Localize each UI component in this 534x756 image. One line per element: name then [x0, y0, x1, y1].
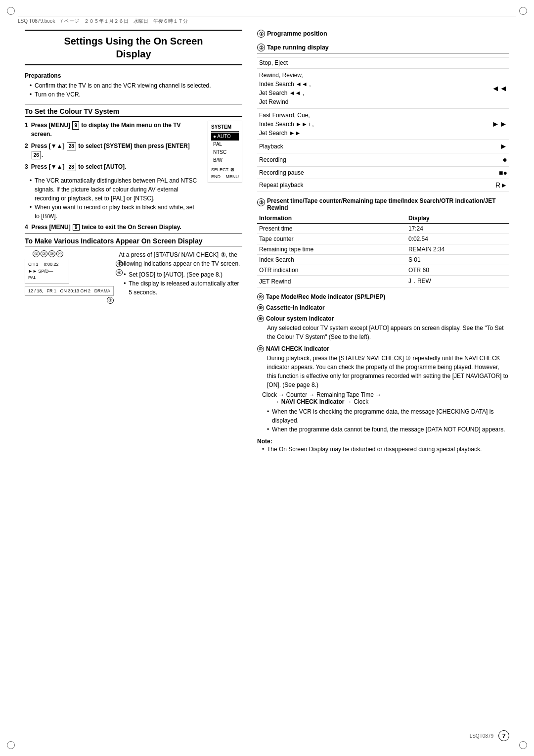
section2-title: ② Tape running display [257, 44, 509, 51]
tape-desc-repeat: Repeat playback [257, 179, 446, 191]
page-title: Settings Using the On Screen Display [25, 35, 242, 60]
screen-pal: PAL [28, 275, 36, 282]
info-cell-2-0: Remaining tape time [257, 244, 406, 255]
section5-title: ⑤ Cassette-in indicator [257, 304, 509, 311]
section-tape-running: ② Tape running display Stop, Eject Rewin… [257, 44, 509, 191]
preparations-heading: Preparations [25, 72, 242, 79]
circle-s2: ② [257, 44, 265, 51]
section1-title: ① Programme position [257, 30, 509, 38]
screen-on: ON 30:13 CH 2 [60, 288, 91, 293]
btn-badge-9: 9 [73, 224, 80, 231]
info-cell-1-0: Tape counter [257, 234, 406, 244]
prep-item-1: Confirm that the TV is on and the VCR vi… [30, 81, 242, 90]
menu-select-label: SELECT: ⊠ [211, 166, 234, 173]
btn-badge-28: 28 [67, 142, 76, 150]
tape-row-recpause: Recording pause ■● [257, 167, 509, 179]
info-row-5: JET Rewind J．REW [257, 276, 509, 287]
preparations-list: Confirm that the TV is on and the VCR vi… [25, 81, 242, 99]
info-row-2: Remaining tape time REMAIN 2:34 [257, 244, 509, 255]
screen-fr: FR 1 [47, 288, 57, 293]
info-cell-5-0: JET Rewind [257, 276, 406, 287]
circle-4: ④ [56, 250, 63, 257]
section-time-counter: ③ Present time/Tape counter/Remaining ta… [257, 197, 509, 287]
info-cell-3-1: S 01 [406, 255, 509, 265]
section7-text: During playback, press the [STATUS/ NAVI… [267, 354, 509, 389]
tape-desc-recpause: Recording pause [257, 167, 446, 179]
corner-mark-bl [7, 741, 15, 749]
tape-icon-stop [446, 57, 509, 69]
tape-row-rewind: Rewind, Review,Index Search ◄◄ ,Jet Sear… [257, 69, 509, 109]
menu-item-ntsc: NTSC [211, 148, 239, 156]
s7-bullet-1: When the VCR is checking the programme d… [267, 407, 509, 425]
page-number-area: LSQT0879 7 [470, 730, 509, 741]
section2-hr [257, 53, 509, 54]
corner-mark-tl [7, 7, 15, 15]
menu-item-auto: ● AUTO [211, 133, 239, 141]
note-bullet-1: The On Screen Display may be disturbed o… [262, 445, 509, 454]
step-2: 2 Press [▼▲] 28 to select [SYSTEM] then … [25, 142, 198, 159]
prep-item-2: Turn on the VCR. [30, 90, 242, 99]
circle-s4: ④ [257, 293, 264, 300]
section3-title: ③ Present time/Tape counter/Remaining ta… [257, 197, 509, 211]
right-column: ① Programme position ② Tape running disp… [257, 30, 509, 731]
menu-end-label: END [211, 173, 221, 180]
step-with-image: 1 Press [MENU] 9 to display the Main men… [25, 121, 242, 224]
page-code: LSQT0879 [470, 733, 493, 739]
section6-title: ⑥ Colour system indicator [257, 315, 509, 322]
tape-desc-play: Playback [257, 140, 446, 153]
ind-bullet-1: Set [OSD] to [AUTO]. (See page 8.) [124, 270, 242, 279]
header-bar: LSQ T0879.book 7 ページ ２０５年１月２６日 水曜日 午後６時１… [18, 16, 516, 25]
s7-bullet-2: When the programme data cannot be found,… [267, 425, 509, 434]
btn-badge-28b: 28 [67, 163, 76, 171]
screen-row-3: PAL [28, 275, 66, 282]
menu-title: SYSTEM [211, 123, 239, 132]
section-tape-mode: ④ Tape Mode/Rec Mode indicator (SP/LP/EP… [257, 293, 509, 300]
step-3: 3 Press [▼▲] 28 to select [AUTO]. [25, 162, 198, 171]
note-title: Note: [257, 438, 509, 445]
section-colour-system: ⑥ Colour system indicator Any selected c… [257, 315, 509, 341]
tape-icon-recpause: ■● [446, 167, 509, 179]
section7-bullets: When the VCR is checking the programme d… [262, 407, 509, 434]
btn-badge-26: 26 [32, 151, 41, 159]
info-cell-0-0: Present time [257, 224, 406, 234]
page-content: Settings Using the On Screen Display Pre… [25, 30, 509, 731]
info-header-row: Information Display [257, 213, 509, 224]
screen-ch: CH 1 [28, 261, 39, 268]
menu-label: MENU [226, 173, 239, 180]
info-row-1: Tape counter 0:02.54 [257, 234, 509, 244]
section6-text: Any selected colour TV system except [AU… [267, 324, 509, 341]
info-cell-5-1: J．REW [406, 276, 509, 287]
info-row-3: Index Search S 01 [257, 255, 509, 265]
section4-title: ④ Tape Mode/Rec Mode indicator (SP/LP/EP… [257, 293, 509, 300]
circle-3: ③ [48, 250, 55, 257]
section-cassette: ⑤ Cassette-in indicator [257, 304, 509, 311]
clock-flow: Clock → Counter → Remaining Tape Time → … [262, 391, 509, 405]
circle-6: ⑥ [116, 269, 123, 276]
divider-1 [25, 104, 242, 104]
indicators-text: At a press of [STATUS/ NAVI CHECK] ③, th… [119, 250, 242, 300]
screen-drama: DRAMA [94, 288, 111, 293]
screen-date: 12 / 18, [28, 288, 43, 293]
tape-row-ff: Fast Forward, Cue,Index Search ►► i ,Jet… [257, 109, 509, 140]
info-row-4: OTR indication OTR 60 [257, 265, 509, 276]
step3-bullets: The VCR automatically distinguishes betw… [25, 176, 198, 221]
circle-5: ⑤ [116, 260, 123, 267]
indicators-section-title: To Make Various Indicators Appear On Scr… [25, 237, 242, 246]
info-col-display: Display [406, 213, 509, 224]
tape-row-rec: Recording ● [257, 153, 509, 167]
circle-7: ⑦ [107, 297, 114, 304]
page-number: 7 [498, 730, 509, 741]
screen-display-container: ① ② ③ ④ CH 1 0:00.22 ►► SP/D— PAL [25, 250, 242, 304]
info-table: Information Display Present time 17:24 T… [257, 213, 509, 287]
step-1: 1 Press [MENU] 9 to display the Main men… [25, 121, 198, 139]
step3-bullet-1: The VCR automatically distinguishes betw… [30, 176, 198, 203]
tape-icon-rec: ● [446, 153, 509, 167]
screen-time: 0:00.22 [44, 261, 59, 268]
corner-mark-br [519, 741, 527, 749]
note-bullets: The On Screen Display may be disturbed o… [257, 445, 509, 454]
menu-item-pal: PAL [211, 141, 239, 148]
section-programme-position: ① Programme position [257, 30, 509, 38]
tape-icon-repeat: R► [446, 179, 509, 191]
page-title-section: Settings Using the On Screen Display [25, 30, 242, 65]
tape-row-repeat: Repeat playback R► [257, 179, 509, 191]
